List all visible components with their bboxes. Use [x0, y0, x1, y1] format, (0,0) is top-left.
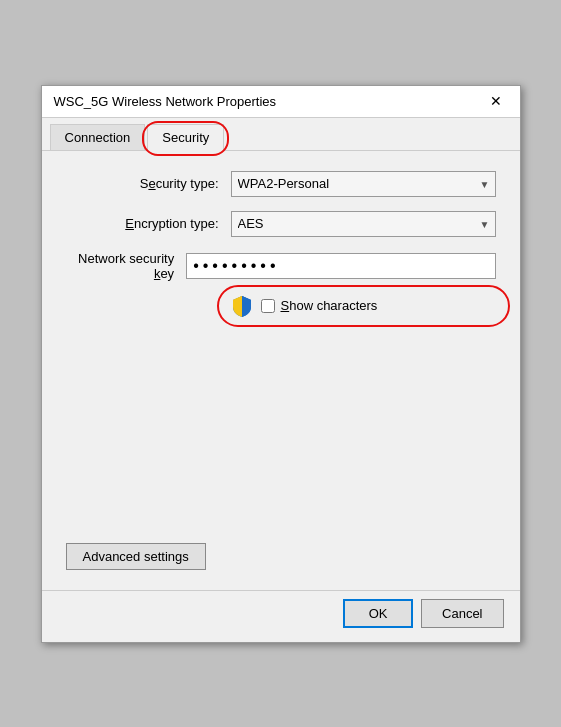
security-type-select[interactable]: WPA2-Personal WPA3-Personal None: [231, 171, 496, 197]
show-characters-row: Show characters: [231, 295, 496, 317]
window-title: WSC_5G Wireless Network Properties: [54, 94, 277, 109]
advanced-settings-button[interactable]: Advanced settings: [66, 543, 206, 570]
dialog-window: WSC_5G Wireless Network Properties ✕ Con…: [41, 85, 521, 643]
dialog-footer: OK Cancel: [42, 590, 520, 642]
tab-bar: Connection Security: [42, 118, 520, 151]
security-type-select-wrapper: WPA2-Personal WPA3-Personal None ▼: [231, 171, 496, 197]
ok-button[interactable]: OK: [343, 599, 413, 628]
encryption-type-label: Encryption type:: [66, 216, 231, 231]
uac-shield-icon: [231, 295, 253, 317]
bottom-buttons: Advanced settings: [42, 531, 520, 590]
network-key-input[interactable]: [186, 253, 495, 279]
title-bar: WSC_5G Wireless Network Properties ✕: [42, 86, 520, 118]
encryption-type-row: Encryption type: AES TKIP ▼: [66, 211, 496, 237]
tab-connection[interactable]: Connection: [50, 124, 146, 150]
encryption-type-select-wrapper: AES TKIP ▼: [231, 211, 496, 237]
network-key-label: Network security key: [66, 251, 187, 281]
network-key-row: Network security key: [66, 251, 496, 281]
show-characters-checkbox[interactable]: [261, 299, 275, 313]
dialog-content: Security type: WPA2-Personal WPA3-Person…: [42, 151, 520, 531]
security-type-label: Security type:: [66, 176, 231, 191]
security-type-row: Security type: WPA2-Personal WPA3-Person…: [66, 171, 496, 197]
show-characters-label: Show characters: [281, 298, 378, 313]
close-button[interactable]: ✕: [484, 89, 508, 113]
encryption-type-select[interactable]: AES TKIP: [231, 211, 496, 237]
tab-security[interactable]: Security: [147, 124, 224, 151]
cancel-button[interactable]: Cancel: [421, 599, 503, 628]
